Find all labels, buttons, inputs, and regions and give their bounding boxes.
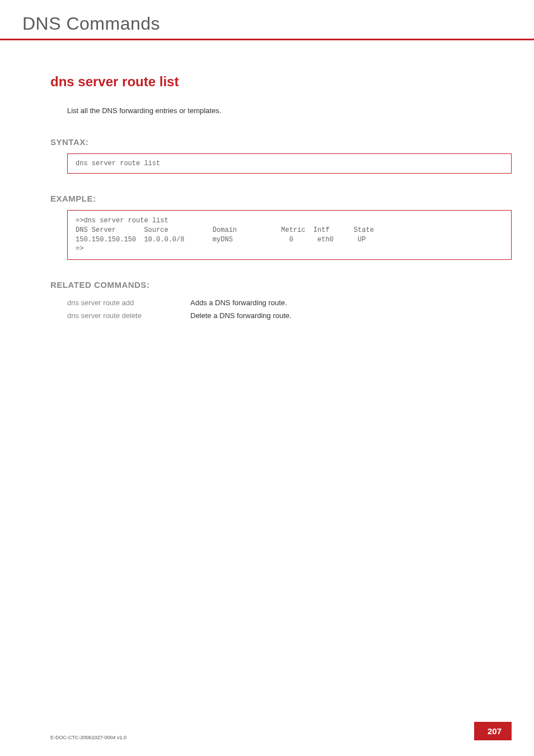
document-id: E-DOC-CTC-20061027-0004 v1.0	[50, 735, 127, 740]
command-title: dns server route list	[50, 74, 512, 90]
related-commands-table: dns server route add Adds a DNS forwardi…	[67, 296, 528, 322]
chapter-title: DNS Commands	[22, 13, 534, 34]
related-command: dns server route delete	[67, 309, 190, 322]
syntax-code: dns server route list	[67, 153, 512, 174]
command-description: List all the DNS forwarding entries or t…	[67, 106, 512, 115]
table-row: dns server route add Adds a DNS forwardi…	[67, 296, 528, 309]
example-label: EXAMPLE:	[50, 194, 512, 203]
page-footer: E-DOC-CTC-20061027-0004 v1.0 207	[50, 722, 512, 740]
related-description: Delete a DNS forwarding route.	[190, 309, 528, 322]
related-description: Adds a DNS forwarding route.	[190, 296, 528, 309]
page-number: 207	[474, 722, 512, 740]
content-area: dns server route list List all the DNS f…	[0, 74, 534, 322]
syntax-label: SYNTAX:	[50, 137, 512, 147]
related-label: RELATED COMMANDS:	[50, 280, 512, 290]
example-output: =>dns server route list DNS Server Sourc…	[67, 210, 512, 260]
page-header: DNS Commands	[0, 0, 534, 40]
table-row: dns server route delete Delete a DNS for…	[67, 309, 528, 322]
related-command: dns server route add	[67, 296, 190, 309]
